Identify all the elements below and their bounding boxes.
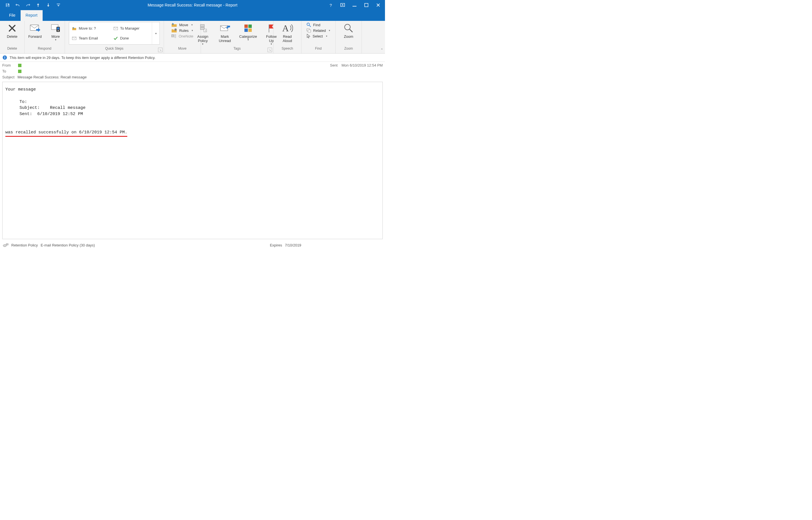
- quickstep-team-email[interactable]: Team Email: [72, 36, 108, 40]
- previous-item-icon[interactable]: [35, 3, 41, 8]
- assign-policy-button[interactable]: Assign Policy ▾: [193, 21, 213, 45]
- onenote-button: N OneNote: [171, 34, 193, 38]
- forward-button[interactable]: Forward: [25, 21, 45, 39]
- quickstep-move-to[interactable]: Move to: ?: [72, 26, 108, 30]
- move-menu[interactable]: Move▾: [171, 23, 193, 27]
- tab-file[interactable]: File: [4, 10, 21, 21]
- svg-rect-17: [200, 25, 204, 27]
- svg-rect-0: [6, 4, 8, 5]
- svg-rect-16: [174, 34, 176, 38]
- zoom-button[interactable]: Zoom: [338, 21, 359, 39]
- svg-rect-32: [4, 57, 5, 59]
- more-respond-button[interactable]: More ▾: [47, 21, 65, 41]
- svg-rect-35: [6, 244, 8, 245]
- sent-label: Sent: [330, 63, 338, 68]
- info-icon: [2, 55, 7, 60]
- title-bar: Message Recall Success: Recall message -…: [0, 0, 385, 10]
- assign-policy-icon: [197, 23, 208, 34]
- window-title: Message Recall Success: Recall message -…: [148, 3, 237, 7]
- svg-rect-29: [308, 30, 311, 32]
- close-icon[interactable]: [375, 2, 381, 8]
- retention-policy-value: E-mail Retention Policy (30 days): [41, 243, 95, 247]
- svg-rect-19: [204, 29, 206, 32]
- body-intro: Your message: [5, 86, 379, 93]
- to-label: To: [2, 69, 18, 73]
- save-icon[interactable]: [5, 3, 10, 8]
- chevron-down-icon: ▾: [248, 38, 249, 41]
- folder-move-icon: [72, 27, 76, 30]
- svg-point-9: [57, 30, 59, 31]
- delete-button[interactable]: Delete: [2, 21, 23, 39]
- rules-menu[interactable]: Rules▾: [171, 28, 193, 33]
- svg-rect-22: [248, 25, 252, 28]
- svg-text:A: A: [282, 23, 289, 33]
- mark-unread-button[interactable]: Mark Unread: [215, 21, 236, 43]
- read-aloud-icon: A: [282, 23, 293, 34]
- help-icon[interactable]: ?: [328, 2, 334, 8]
- undo-icon[interactable]: [15, 3, 20, 8]
- tab-report[interactable]: Report: [21, 10, 43, 21]
- svg-rect-23: [244, 28, 248, 32]
- next-item-icon[interactable]: [46, 3, 51, 8]
- status-bar: Retention Policy E-mail Retention Policy…: [0, 241, 385, 251]
- customize-qat-icon[interactable]: [56, 3, 61, 8]
- more-respond-icon: [50, 23, 61, 34]
- tags-dialog-launcher[interactable]: ↘: [268, 48, 272, 52]
- move-folder-icon: [171, 23, 177, 27]
- redo-icon[interactable]: [25, 3, 30, 8]
- rules-icon: [171, 28, 177, 33]
- quickstep-to-manager[interactable]: To Manager: [114, 26, 149, 30]
- svg-rect-24: [248, 28, 252, 32]
- ribbon-tabs: File Report: [0, 10, 385, 21]
- collapse-ribbon-icon[interactable]: ⌃: [380, 48, 383, 52]
- presence-indicator: [18, 64, 21, 67]
- window-controls: ?: [328, 2, 385, 8]
- team-email-icon: [72, 37, 76, 40]
- quick-access-toolbar: [0, 3, 61, 8]
- quickstep-done[interactable]: Done: [114, 36, 149, 40]
- expires-value: 7/10/2019: [285, 243, 301, 247]
- svg-rect-4: [352, 6, 356, 6]
- subject-label: Subject: [2, 75, 18, 79]
- group-speech: A Read Aloud Speech: [273, 21, 301, 53]
- quick-steps-dialog-launcher[interactable]: ↘: [158, 48, 163, 52]
- svg-rect-25: [269, 25, 269, 32]
- chevron-down-icon: ▾: [271, 43, 272, 45]
- related-menu[interactable]: Related▾: [306, 28, 330, 33]
- find-button[interactable]: Find: [306, 23, 330, 27]
- body-sent-label: Sent:: [20, 112, 32, 116]
- ribbon-display-icon[interactable]: [340, 2, 345, 8]
- group-quick-steps: Move to: ? Team Email To Manager Done: [65, 21, 164, 53]
- svg-rect-5: [365, 3, 368, 7]
- svg-text:N: N: [172, 35, 174, 37]
- svg-point-30: [345, 24, 350, 30]
- svg-rect-2: [57, 4, 60, 4]
- quick-steps-expand[interactable]: ▾: [152, 22, 159, 44]
- body-to-label: To:: [20, 100, 27, 104]
- select-menu[interactable]: Select▾: [306, 34, 330, 38]
- group-zoom: Zoom Zoom: [336, 21, 362, 53]
- mark-unread-icon: [219, 23, 230, 34]
- body-subject-value: Recall message: [50, 105, 85, 110]
- svg-rect-10: [57, 27, 59, 30]
- subject-value: Message Recall Success: Recall message: [18, 75, 87, 79]
- svg-point-13: [174, 28, 177, 31]
- quick-steps-gallery[interactable]: Move to: ? Team Email To Manager Done: [69, 22, 160, 45]
- minimize-icon[interactable]: [352, 2, 357, 8]
- group-find: Find Related▾ Select▾ Find: [301, 21, 336, 53]
- message-header: From Sent Mon 6/10/2019 12:54 PM To Subj…: [0, 62, 385, 80]
- retention-policy-label: Retention Policy: [11, 243, 38, 247]
- read-aloud-button[interactable]: A Read Aloud: [277, 21, 298, 43]
- maximize-icon[interactable]: [364, 2, 369, 8]
- zoom-icon: [343, 23, 354, 34]
- svg-point-27: [307, 23, 309, 26]
- info-bar-text: This item will expire in 29 days. To kee…: [9, 56, 155, 60]
- svg-point-33: [4, 56, 5, 57]
- expires-label: Expires: [270, 243, 282, 247]
- svg-rect-1: [6, 5, 9, 6]
- categorize-button[interactable]: Categorize ▾: [237, 21, 260, 41]
- presence-indicator: [18, 70, 21, 73]
- chevron-down-icon: ▾: [202, 43, 203, 45]
- chevron-down-icon: ▾: [55, 38, 56, 41]
- recall-result-text: was recalled successfully on 6/10/2019 1…: [5, 129, 127, 137]
